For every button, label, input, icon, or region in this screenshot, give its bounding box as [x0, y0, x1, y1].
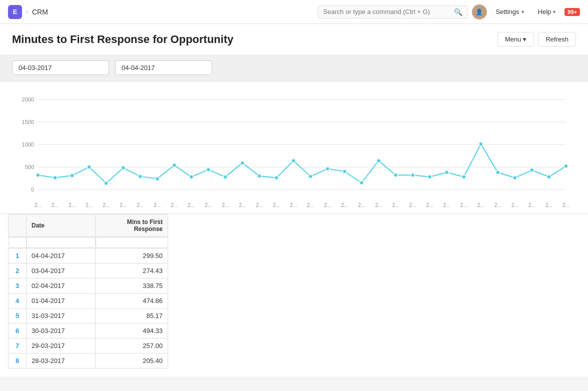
help-button[interactable]: Help ▾ — [533, 6, 561, 18]
avatar[interactable]: 👤 — [472, 4, 487, 20]
svg-text:2...: 2... — [188, 202, 195, 208]
top-navigation: E › CRM 🔍 👤 Settings ▾ Help ▾ 99+ — [0, 0, 588, 24]
row-index: 3 — [9, 278, 27, 294]
svg-text:2...: 2... — [545, 202, 552, 208]
row-mins: 299.50 — [96, 248, 168, 264]
table-row: 4 01-04-2017 474.86 — [9, 294, 168, 308]
row-date: 31-03-2017 — [27, 308, 96, 324]
svg-text:2...: 2... — [120, 202, 127, 208]
svg-text:2...: 2... — [494, 202, 501, 208]
chart-area: 05001000150020002...2...2...2...2...2...… — [0, 82, 588, 214]
settings-button[interactable]: Settings ▾ — [491, 6, 529, 18]
svg-text:2...: 2... — [171, 202, 178, 208]
filter-mins-input[interactable] — [96, 237, 168, 248]
row-index: 6 — [9, 324, 27, 338]
svg-text:2...: 2... — [137, 202, 144, 208]
svg-point-67 — [462, 175, 466, 179]
col-date-header: Date — [27, 214, 96, 237]
row-index: 1 — [9, 248, 27, 264]
svg-text:2...: 2... — [528, 202, 535, 208]
row-index: 4 — [9, 294, 27, 308]
svg-text:2000: 2000 — [22, 96, 34, 102]
page-header: Minutes to First Response for Opportunit… — [0, 24, 588, 54]
table-row: 3 02-04-2017 338.75 — [9, 278, 168, 294]
svg-text:500: 500 — [25, 164, 34, 170]
svg-point-73 — [564, 164, 568, 168]
svg-text:2...: 2... — [562, 202, 569, 208]
row-date: 01-04-2017 — [27, 294, 96, 308]
table-row: 5 31-03-2017 85.17 — [9, 308, 168, 324]
filter-bar — [0, 54, 588, 82]
svg-text:2...: 2... — [307, 202, 314, 208]
line-chart: 05001000150020002...2...2...2...2...2...… — [8, 90, 576, 210]
svg-point-54 — [240, 161, 244, 165]
svg-text:2...: 2... — [205, 202, 212, 208]
svg-text:2...: 2... — [409, 202, 416, 208]
menu-chevron-icon: ▾ — [523, 36, 526, 43]
svg-text:2...: 2... — [290, 202, 297, 208]
svg-point-68 — [479, 142, 483, 146]
row-date: 03-04-2017 — [27, 264, 96, 278]
row-index: 5 — [9, 308, 27, 324]
svg-point-66 — [445, 170, 449, 174]
table-row: 1 04-04-2017 299.50 — [9, 248, 168, 264]
svg-point-61 — [360, 181, 364, 185]
table-row: 7 29-03-2017 257.00 — [9, 338, 168, 354]
row-mins: 494.33 — [96, 324, 168, 338]
svg-text:2...: 2... — [273, 202, 280, 208]
svg-point-63 — [394, 173, 398, 177]
page-title: Minutes to First Response for Opportunit… — [12, 33, 233, 46]
filter-index-input[interactable] — [9, 237, 27, 248]
data-table: Date Mins to First Response 1 04-04-2017… — [8, 214, 168, 368]
app-icon[interactable]: E — [8, 5, 22, 19]
svg-point-65 — [428, 175, 432, 179]
svg-text:2...: 2... — [511, 202, 518, 208]
breadcrumb-chevron: › — [26, 8, 28, 16]
col-index-header — [9, 214, 27, 237]
svg-point-64 — [411, 173, 415, 177]
row-date: 29-03-2017 — [27, 338, 96, 354]
svg-text:2...: 2... — [341, 202, 348, 208]
svg-point-51 — [189, 175, 193, 179]
refresh-button[interactable]: Refresh — [538, 32, 576, 46]
notifications-badge[interactable]: 99+ — [564, 8, 580, 16]
crm-breadcrumb[interactable]: CRM — [32, 8, 48, 16]
svg-text:2...: 2... — [426, 202, 433, 208]
svg-point-45 — [87, 165, 91, 169]
search-input[interactable] — [323, 8, 451, 16]
filter-mins-cell — [96, 237, 168, 248]
menu-button[interactable]: Menu ▾ — [497, 32, 534, 46]
date-from-input[interactable] — [12, 60, 109, 75]
search-bar[interactable]: 🔍 — [318, 6, 468, 18]
row-date: 30-03-2017 — [27, 324, 96, 338]
table-header-row: Date Mins to First Response — [9, 214, 168, 237]
svg-point-43 — [53, 176, 57, 180]
svg-point-70 — [513, 176, 517, 180]
svg-point-47 — [121, 166, 125, 170]
filter-date-input[interactable] — [27, 237, 96, 248]
svg-text:2...: 2... — [35, 202, 42, 208]
row-index: 7 — [9, 338, 27, 354]
svg-point-52 — [206, 168, 210, 172]
table-row: 6 30-03-2017 494.33 — [9, 324, 168, 338]
svg-point-59 — [326, 167, 330, 171]
svg-text:2...: 2... — [86, 202, 93, 208]
row-date: 28-03-2017 — [27, 354, 96, 368]
svg-point-69 — [496, 170, 500, 174]
svg-point-53 — [223, 175, 227, 179]
date-to-input[interactable] — [115, 60, 212, 75]
row-date: 02-04-2017 — [27, 278, 96, 294]
help-chevron-icon: ▾ — [553, 9, 555, 14]
svg-text:2...: 2... — [52, 202, 59, 208]
svg-text:2...: 2... — [69, 202, 76, 208]
svg-text:2...: 2... — [239, 202, 246, 208]
svg-point-58 — [309, 174, 313, 178]
svg-text:1500: 1500 — [22, 119, 34, 125]
svg-text:1000: 1000 — [22, 142, 34, 148]
filter-date-cell — [27, 237, 96, 248]
header-actions: Menu ▾ Refresh — [497, 32, 576, 46]
row-mins: 274.43 — [96, 264, 168, 278]
svg-point-71 — [530, 168, 534, 172]
svg-text:2...: 2... — [256, 202, 263, 208]
svg-point-48 — [138, 174, 142, 178]
